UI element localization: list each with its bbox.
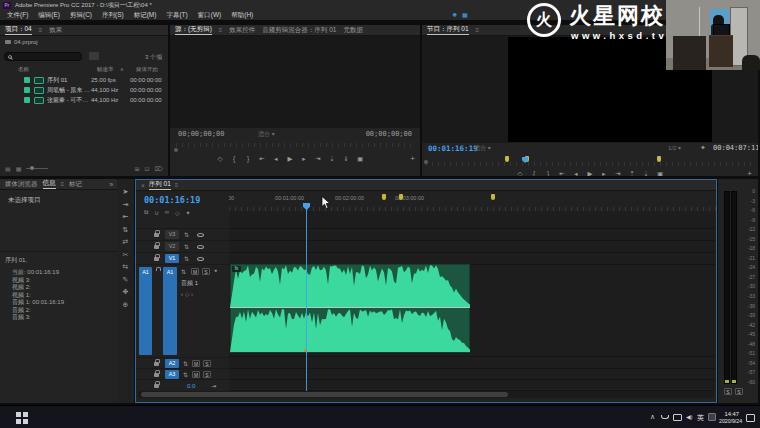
tray-ime-language[interactable]: 英 — [697, 413, 704, 423]
mute-button[interactable]: M — [192, 360, 200, 367]
column-rate[interactable]: 帧速率 — [97, 66, 114, 73]
tool-button[interactable]: ⇄ — [123, 238, 129, 246]
column-start[interactable]: 媒体开始 — [136, 66, 158, 73]
scrollbar-thumb[interactable] — [141, 392, 508, 397]
action-center-icon[interactable] — [746, 414, 755, 422]
project-breadcrumb[interactable]: 04.prproj — [5, 39, 38, 45]
master-gain-value[interactable]: 0.0 — [187, 383, 195, 389]
sequence-marker[interactable] — [491, 194, 495, 200]
track-output-eye-icon[interactable] — [197, 257, 204, 261]
settings-wrench-icon[interactable]: ✦ — [700, 144, 706, 152]
trash-icon[interactable]: ⌦ — [155, 165, 163, 172]
transport-button[interactable]: ◂ — [271, 154, 281, 164]
label-chip[interactable] — [24, 87, 30, 93]
close-icon[interactable]: × — [141, 182, 145, 189]
timeline-option-icon[interactable]: ◇ — [175, 209, 180, 216]
voiceover-record-icon[interactable]: ● — [214, 267, 217, 273]
timeline-current-timecode[interactable]: 00:01:16:19 — [144, 195, 200, 205]
fit-timeline-icon[interactable]: ⇥ — [211, 382, 216, 389]
tab-media-browser[interactable]: 媒体浏览器 — [5, 180, 38, 189]
solo-button[interactable]: S — [202, 268, 210, 275]
menu-item[interactable]: 帮助(H) — [226, 11, 258, 20]
workspace-icon-2[interactable]: ▦ — [462, 11, 468, 18]
button-editor-plus[interactable]: + — [410, 154, 415, 163]
tool-button[interactable]: ⇥ — [123, 201, 129, 209]
next-keyframe-icon[interactable]: › — [191, 291, 193, 297]
add-keyframe-icon[interactable]: ◇ — [185, 291, 190, 297]
source-scroll-handle[interactable] — [174, 148, 178, 152]
track-target-a3[interactable]: A3 — [165, 370, 179, 379]
menu-item[interactable]: 编辑(E) — [33, 11, 65, 20]
transport-button[interactable]: } — [243, 154, 253, 164]
transport-button[interactable]: ⇤ — [557, 169, 567, 177]
source-in-timecode[interactable]: 00;00;00;00 — [178, 130, 224, 138]
tray-keyboard-icon[interactable] — [708, 413, 716, 421]
transport-button[interactable]: ⇡ — [627, 169, 637, 177]
icon-view-icon[interactable]: ▦ — [16, 165, 22, 172]
transport-button[interactable]: { — [229, 154, 239, 164]
transport-button[interactable]: } — [543, 169, 553, 177]
transport-button[interactable]: ▶ — [585, 169, 595, 177]
new-bin-icon[interactable]: ⊡ — [144, 165, 149, 172]
track-target-v2[interactable]: V2 — [165, 242, 179, 251]
transport-button[interactable]: ▣ — [355, 154, 365, 164]
project-item-row[interactable]: 周笔畅 - 原来 你也在这里 . 44,100 Hz 00:00:00:00 — [0, 85, 168, 95]
tool-button[interactable]: ➤ — [123, 188, 129, 196]
program-current-timecode[interactable]: 00:01:16:19 — [428, 144, 478, 153]
sequence-marker[interactable] — [657, 156, 661, 162]
menu-item[interactable]: 剪辑(C) — [65, 11, 97, 20]
tab-info[interactable]: 信息 — [43, 179, 56, 189]
menu-item[interactable]: 窗口(W) — [193, 11, 226, 20]
tab-markers[interactable]: 标记 — [69, 180, 82, 189]
lock-icon[interactable] — [154, 362, 159, 366]
tray-display-icon[interactable] — [673, 414, 682, 421]
transport-button[interactable]: ◇ — [215, 154, 225, 164]
tab-metadata[interactable]: 元数据 — [343, 26, 363, 35]
tool-button[interactable]: ✂ — [123, 251, 129, 259]
tray-volume-icon[interactable]: ◀) — [686, 413, 693, 420]
lock-icon[interactable] — [154, 384, 159, 388]
transport-button[interactable]: ⇤ — [257, 154, 267, 164]
tab-program[interactable]: 节目：序列 01 — [427, 25, 469, 35]
timeline-option-icon[interactable]: ✦ — [186, 209, 191, 216]
panel-menu-icon[interactable]: ≡ — [175, 182, 179, 188]
sync-lock-icon[interactable]: ⇅ — [181, 268, 186, 275]
tab-source[interactable]: 源：(无剪辑) — [175, 25, 212, 35]
track-output-eye-icon[interactable] — [197, 233, 204, 237]
track-target-v3[interactable]: V3 — [165, 230, 179, 239]
transport-button[interactable]: ⇥ — [613, 169, 623, 177]
label-chip[interactable] — [24, 77, 30, 83]
sync-lock-icon[interactable]: ⇅ — [184, 255, 189, 262]
tab-effects[interactable]: 效果 — [49, 26, 62, 35]
program-ruler[interactable] — [422, 156, 758, 167]
tab-project[interactable]: 项目：04 — [5, 25, 32, 35]
transport-button[interactable]: ⇣ — [327, 154, 337, 164]
lock-icon[interactable] — [154, 233, 159, 237]
lock-icon[interactable] — [154, 373, 159, 377]
sync-lock-icon[interactable]: ⇅ — [184, 243, 189, 250]
project-search[interactable] — [4, 52, 82, 61]
solo-button[interactable]: S — [203, 360, 211, 367]
lock-icon[interactable] — [154, 245, 159, 249]
menu-item[interactable]: 文件(F) — [2, 11, 33, 20]
tab-audio-clip-mixer[interactable]: 音频剪辑混合器：序列 01 — [262, 26, 336, 35]
panel-menu-icon[interactable]: ≡ — [61, 181, 65, 187]
menu-item[interactable]: 字幕(T) — [161, 11, 192, 20]
sync-lock-icon[interactable]: ⇅ — [183, 360, 188, 367]
tab-sequence[interactable]: 序列 01 — [149, 180, 171, 190]
panel-menu-icon[interactable]: ≡ — [476, 27, 480, 33]
tray-clock[interactable]: 14:47 2020/9/24 — [719, 411, 739, 424]
tray-expand-caret[interactable]: ∧ — [650, 413, 655, 421]
program-resolution-dropdown[interactable]: 1/2 ▾ — [668, 144, 681, 151]
mute-button[interactable]: M — [191, 268, 199, 275]
program-fit-dropdown[interactable]: 适合 ▾ — [474, 144, 491, 153]
previous-keyframe-icon[interactable]: ‹ — [181, 291, 183, 297]
button-editor-plus[interactable]: + — [747, 169, 752, 176]
sequence-marker[interactable] — [399, 194, 403, 200]
track-output-eye-icon[interactable] — [197, 245, 204, 249]
tool-button[interactable]: ⇤ — [123, 213, 129, 221]
tool-button[interactable]: ✎ — [123, 276, 129, 284]
start-button[interactable] — [16, 412, 28, 424]
column-name[interactable]: 名称 — [18, 66, 29, 73]
transport-button[interactable]: ◂ — [571, 169, 581, 177]
